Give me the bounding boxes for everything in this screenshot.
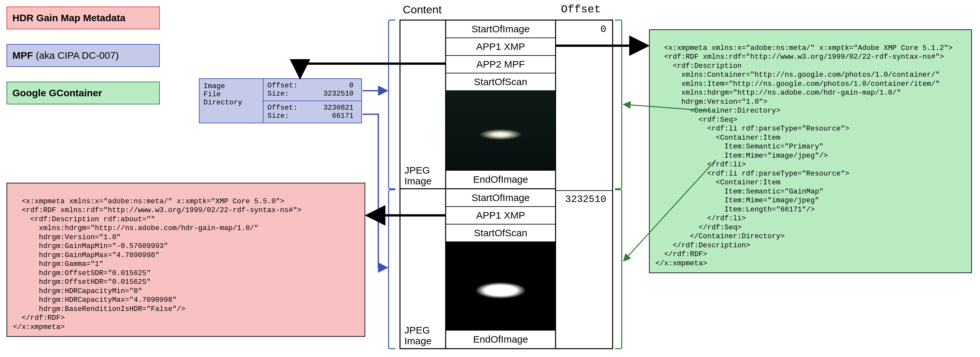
- offset-1: 3232510: [556, 190, 612, 208]
- cell-primary-sos: StartOfScan: [446, 73, 555, 91]
- primary-image-preview: [446, 91, 555, 170]
- arrow-ifd1-to-gain: [363, 114, 387, 268]
- bracket-green-primary: [615, 19, 622, 189]
- cell-primary-soi: StartOfImage: [446, 21, 555, 38]
- legend-hdr-label: HDR Gain Map Metadata: [13, 13, 126, 24]
- content-primary: StartOfImage APP1 XMP APP2 MPF StartOfSc…: [445, 19, 556, 189]
- gain-image-preview: [446, 242, 555, 330]
- cell-gain-sos: StartOfScan: [446, 225, 555, 242]
- title-offset: Offset: [561, 3, 601, 16]
- legend-mpf-bold: MPF: [13, 50, 33, 61]
- bracket-green-gain: [615, 189, 622, 349]
- title-content: Content: [403, 3, 442, 16]
- content-gain: StartOfImage APP1 XMP StartOfScan EndOfI…: [445, 189, 556, 349]
- side-lbl-gain: JPEG Image: [401, 319, 445, 348]
- legend-gcontainer: Google GContainer: [6, 81, 160, 104]
- side-lbl-primary: JPEG Image: [401, 159, 445, 188]
- ifd-entries: Offset: 0 Size: 3232510 Offset: 3230821 …: [264, 79, 361, 123]
- cell-gain-soi: StartOfImage: [446, 189, 555, 207]
- cell-gain-image: [446, 242, 555, 331]
- bracket-blue-primary: [388, 19, 395, 189]
- xmp-gcontainer-block: <x:xmpmeta xmlns:x="adobe:ns:meta/" x:xm…: [649, 29, 972, 273]
- cell-primary-image: [446, 91, 555, 171]
- bracket-blue-gain: [388, 189, 395, 349]
- xmp-hdrgm-text: <x:xmpmeta xmlns:x="adobe:ns:meta/" x:xm…: [13, 198, 302, 331]
- side-col-primary: JPEG Image: [399, 19, 445, 189]
- legend-mpf-plain: (aka CIPA DC-007): [33, 50, 119, 61]
- cell-primary-app2: APP2 MPF: [446, 56, 555, 73]
- offset-col: 0 3232510: [556, 19, 613, 349]
- xmp-hdrgm-block: <x:xmpmeta xmlns:x="adobe:ns:meta/" x:xm…: [6, 183, 365, 337]
- offset-0: 0: [556, 21, 612, 38]
- ifd-entry-0: Offset: 0 Size: 3232510: [264, 79, 361, 100]
- ifd-label: Image File Directory: [200, 79, 264, 123]
- legend-hdr-gain-map: HDR Gain Map Metadata: [6, 6, 160, 29]
- cell-gain-app1: APP1 XMP: [446, 207, 555, 225]
- cell-primary-app1: APP1 XMP: [446, 38, 555, 56]
- cell-primary-eoi: EndOfImage: [446, 171, 555, 188]
- legend-mpf: MPF (aka CIPA DC-007): [6, 44, 160, 67]
- cell-gain-eoi: EndOfImage: [446, 331, 555, 348]
- side-col-gain: JPEG Image: [399, 189, 445, 349]
- ifd-table: Image File Directory Offset: 0 Size: 323…: [199, 78, 362, 123]
- xmp-gcontainer-text: <x:xmpmeta xmlns:x="adobe:ns:meta/" x:xm…: [655, 44, 953, 268]
- ifd-entry-1: Offset: 3230821 Size: 66171: [264, 100, 361, 123]
- legend-gcont-label: Google GContainer: [13, 88, 102, 99]
